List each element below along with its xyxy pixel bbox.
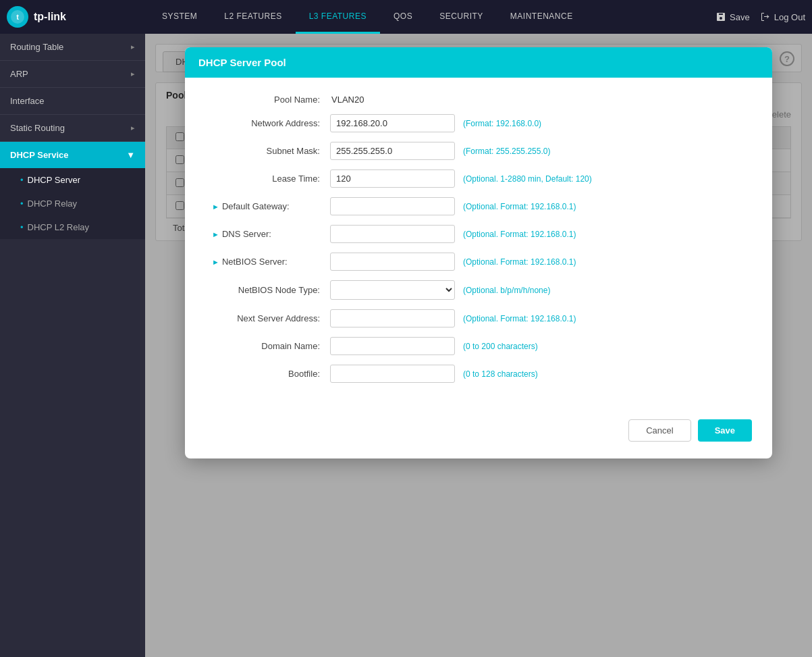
sidebar-item-static-routing[interactable]: Static Routing ▸	[0, 115, 145, 142]
modal-footer: Cancel Save	[185, 409, 772, 458]
default-gateway-hint: (Optional. Format: 192.168.0.1)	[463, 202, 576, 211]
sidebar-item-dhcp-relay[interactable]: DHCP Relay	[0, 192, 145, 215]
sidebar-sub-dhcp-relay-label: DHCP Relay	[28, 199, 77, 209]
sidebar-sub-dhcp-l2-relay-label: DHCP L2 Relay	[28, 222, 90, 232]
subnet-mask-input[interactable]	[330, 142, 455, 160]
form-row-default-gateway: ► Default Gateway: (Optional. Format: 19…	[212, 197, 745, 215]
form-row-lease-time: Lease Time: (Optional. 1-2880 min, Defau…	[212, 169, 745, 188]
subnet-mask-label: Subnet Mask:	[212, 146, 330, 156]
modal-title: DHCP Server Pool	[198, 57, 286, 68]
netbios-server-input[interactable]	[330, 253, 455, 271]
network-address-hint: (Format: 192.168.0.0)	[463, 119, 541, 128]
save-nav-icon	[715, 11, 726, 22]
dns-server-label: ► DNS Server:	[212, 229, 330, 239]
nav-system[interactable]: SYSTEM	[148, 0, 211, 34]
nav-right: Save Log Out	[715, 11, 805, 22]
main-content: DHCP Server Pool Setting Manual Binding …	[145, 34, 812, 657]
netbios-node-type-select[interactable]: b-node p-node m-node h-node none	[330, 280, 455, 300]
cancel-button[interactable]: Cancel	[628, 419, 691, 442]
form-row-bootfile: Bootfile: (0 to 128 characters)	[212, 365, 745, 383]
form-row-netbios-node-type: NetBIOS Node Type: b-node p-node m-node …	[212, 280, 745, 300]
bootfile-input[interactable]	[330, 365, 455, 383]
chevron-right-icon: ▸	[131, 70, 135, 78]
nav-l2[interactable]: L2 FEATURES	[211, 0, 295, 34]
modal-header: DHCP Server Pool	[185, 47, 772, 78]
nav-l3[interactable]: L3 FEATURES	[296, 0, 380, 34]
pool-name-label: Pool Name:	[212, 95, 330, 105]
sidebar-item-interface-label: Interface	[10, 96, 45, 106]
form-row-network-address: Network Address: (Format: 192.168.0.0)	[212, 114, 745, 132]
bootfile-hint: (0 to 128 characters)	[463, 369, 538, 379]
netbios-server-hint: (Optional. Format: 192.168.0.1)	[463, 257, 576, 267]
netbios-server-label: ► NetBIOS Server:	[212, 257, 330, 267]
modal-overlay: DHCP Server Pool Pool Name: VLAN20 Netwo…	[145, 34, 812, 657]
sidebar-item-static-routing-label: Static Routing	[10, 123, 65, 133]
app-layout: Routing Table ▸ ARP ▸ Interface Static R…	[0, 34, 812, 657]
dns-server-hint: (Optional. Format: 192.168.0.1)	[463, 230, 576, 239]
save-nav-button[interactable]: Save	[715, 11, 750, 22]
form-row-pool-name: Pool Name: VLAN20	[212, 95, 745, 105]
sidebar-item-dhcp-server[interactable]: DHCP Server	[0, 168, 145, 192]
sidebar-item-routing-table-label: Routing Table	[10, 42, 63, 52]
next-server-address-label: Next Server Address:	[212, 313, 330, 323]
chevron-right-icon: ▸	[131, 43, 135, 51]
nav-maintenance[interactable]: MAINTENANCE	[497, 0, 587, 34]
default-gateway-input[interactable]	[330, 197, 455, 215]
sidebar-sub-dhcp-server-label: DHCP Server	[28, 175, 81, 185]
expand-arrow-icon[interactable]: ►	[212, 258, 219, 266]
logout-button[interactable]: Log Out	[760, 11, 805, 22]
logout-icon	[760, 11, 771, 22]
nav-security[interactable]: SECURITY	[426, 0, 497, 34]
dns-server-input[interactable]	[330, 225, 455, 243]
save-button[interactable]: Save	[698, 419, 752, 442]
logo-area: t tp-link	[7, 6, 148, 28]
pool-name-value: VLAN20	[330, 95, 364, 105]
logout-label: Log Out	[774, 12, 805, 22]
sidebar-group-dhcp[interactable]: DHCP Service ▼	[0, 142, 145, 168]
save-nav-label: Save	[730, 12, 750, 22]
sidebar-item-arp[interactable]: ARP ▸	[0, 61, 145, 88]
sidebar: Routing Table ▸ ARP ▸ Interface Static R…	[0, 34, 145, 657]
logo-icon: t	[7, 6, 28, 28]
form-row-dns-server: ► DNS Server: (Optional. Format: 192.168…	[212, 225, 745, 243]
lease-time-hint: (Optional. 1-2880 min, Default: 120)	[463, 174, 592, 184]
form-row-domain-name: Domain Name: (0 to 200 characters)	[212, 337, 745, 355]
sidebar-item-dhcp-l2-relay[interactable]: DHCP L2 Relay	[0, 215, 145, 239]
form-row-netbios-server: ► NetBIOS Server: (Optional. Format: 192…	[212, 253, 745, 271]
dhcp-server-pool-modal: DHCP Server Pool Pool Name: VLAN20 Netwo…	[185, 47, 772, 458]
chevron-right-icon: ▸	[131, 124, 135, 132]
chevron-down-icon: ▼	[126, 150, 135, 160]
netbios-node-type-hint: (Optional. b/p/m/h/none)	[463, 286, 550, 295]
bootfile-label: Bootfile:	[212, 369, 330, 379]
domain-name-input[interactable]	[330, 337, 455, 355]
form-row-next-server-address: Next Server Address: (Optional. Format: …	[212, 309, 745, 327]
network-address-label: Network Address:	[212, 118, 330, 128]
svg-text:t: t	[16, 13, 19, 21]
nav-qos[interactable]: QoS	[380, 0, 426, 34]
sidebar-item-arp-label: ARP	[10, 69, 28, 79]
form-row-subnet-mask: Subnet Mask: (Format: 255.255.255.0)	[212, 142, 745, 160]
expand-arrow-icon[interactable]: ►	[212, 203, 219, 211]
sidebar-item-routing-table[interactable]: Routing Table ▸	[0, 34, 145, 61]
netbios-node-type-label: NetBIOS Node Type:	[212, 285, 330, 295]
lease-time-label: Lease Time:	[212, 174, 330, 184]
domain-name-label: Domain Name:	[212, 341, 330, 351]
modal-body: Pool Name: VLAN20 Network Address: (Form…	[185, 78, 772, 409]
next-server-address-input[interactable]	[330, 309, 455, 327]
sidebar-item-interface[interactable]: Interface	[0, 88, 145, 115]
top-navigation: t tp-link SYSTEM L2 FEATURES L3 FEATURES…	[0, 0, 812, 34]
subnet-mask-hint: (Format: 255.255.255.0)	[463, 147, 550, 156]
expand-arrow-icon[interactable]: ►	[212, 230, 219, 238]
nav-items: SYSTEM L2 FEATURES L3 FEATURES QoS SECUR…	[148, 0, 715, 34]
default-gateway-label: ► Default Gateway:	[212, 201, 330, 211]
lease-time-input[interactable]	[330, 169, 455, 188]
brand-name: tp-link	[34, 11, 66, 23]
sidebar-group-label: DHCP Service	[10, 150, 68, 160]
next-server-address-hint: (Optional. Format: 192.168.0.1)	[463, 314, 576, 323]
network-address-input[interactable]	[330, 114, 455, 132]
sidebar-sub-items: DHCP Server DHCP Relay DHCP L2 Relay	[0, 168, 145, 239]
domain-name-hint: (0 to 200 characters)	[463, 342, 538, 351]
